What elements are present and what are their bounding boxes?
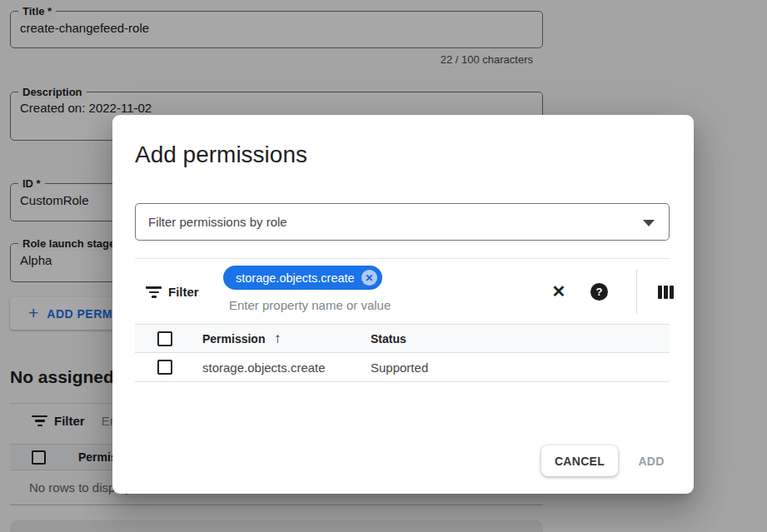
permission-column-header[interactable]: Permission — [202, 332, 265, 346]
filter-input-placeholder[interactable]: Enter property name or value — [229, 298, 391, 312]
toolbar-divider — [636, 269, 637, 314]
chip-remove-icon[interactable]: ✕ — [361, 270, 377, 286]
dialog-title: Add permissions — [135, 142, 307, 168]
row-checkbox[interactable] — [157, 360, 172, 375]
filter-chip-label: storage.objects.create — [236, 271, 355, 285]
status-cell: Supported — [371, 360, 428, 375]
permission-cell: storage.objects.create — [202, 360, 326, 375]
chevron-down-icon — [643, 220, 655, 226]
role-select-value: Filter permissions by role — [148, 215, 287, 229]
filter-chip[interactable]: storage.objects.create ✕ — [223, 266, 382, 290]
filter-label: Filter — [168, 277, 199, 306]
clear-filters-icon[interactable]: ✕ — [550, 282, 568, 301]
add-button[interactable]: ADD — [626, 445, 676, 476]
permissions-filter-toolbar: Filter storage.objects.create ✕ Enter pr… — [135, 258, 670, 324]
permission-table-row[interactable]: storage.objects.create Supported — [135, 353, 670, 382]
add-permissions-dialog: Add permissions Filter permissions by ro… — [112, 115, 694, 494]
status-column-header[interactable]: Status — [371, 332, 406, 346]
help-icon[interactable]: ? — [590, 283, 608, 301]
cancel-button[interactable]: CANCEL — [541, 445, 618, 476]
permissions-table-header: Permission ↑ Status — [135, 324, 670, 353]
column-display-icon[interactable] — [657, 286, 674, 299]
filter-permissions-by-role-select[interactable]: Filter permissions by role — [135, 203, 670, 241]
select-all-checkbox[interactable] — [157, 331, 172, 346]
filter-icon — [146, 286, 162, 298]
sort-ascending-icon[interactable]: ↑ — [274, 331, 281, 347]
